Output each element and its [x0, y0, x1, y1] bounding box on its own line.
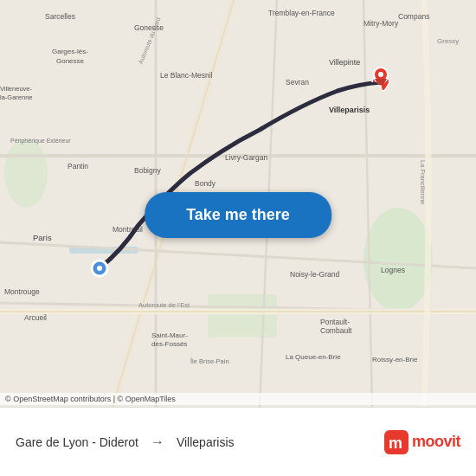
svg-text:Villeparisis: Villeparisis [329, 106, 370, 114]
footer: Gare de Lyon - Diderot → Villeparisis m … [0, 407, 476, 476]
svg-text:m: m [389, 434, 402, 452]
svg-text:Périphérique Extérieur: Périphérique Extérieur [10, 138, 71, 145]
moovit-brand-text: moovit [412, 433, 460, 451]
map-container: Sarcelles Tremblay-en-France Mitry-Mory … [0, 0, 476, 407]
svg-text:Livry-Gargan: Livry-Gargan [225, 153, 267, 162]
svg-text:Tremblay-en-France: Tremblay-en-France [268, 9, 335, 17]
svg-text:Autoroute de l'Est: Autoroute de l'Est [138, 301, 190, 309]
svg-text:Mitry-Mory: Mitry-Mory [363, 19, 399, 28]
svg-point-1 [363, 208, 433, 312]
svg-text:Paris: Paris [33, 233, 52, 242]
route-to: Villeparisis [177, 435, 235, 449]
svg-text:Le Blanc-Mesnil: Le Blanc-Mesnil [160, 71, 213, 80]
svg-text:La Francilienne: La Francilienne [419, 160, 427, 204]
svg-rect-3 [208, 294, 277, 338]
moovit-icon: m [384, 430, 408, 454]
route-arrow: → [151, 434, 164, 450]
svg-text:Gressy: Gressy [437, 37, 459, 45]
svg-text:Montrouge: Montrouge [4, 287, 40, 296]
svg-text:Lognes: Lognes [381, 266, 405, 274]
svg-text:Gonesse: Gonesse [56, 57, 85, 65]
svg-text:Île Brise-Pain: Île Brise-Pain [190, 357, 229, 365]
svg-text:Sevran: Sevran [286, 78, 309, 87]
svg-point-57 [378, 72, 383, 77]
svg-text:Pontault-: Pontault- [320, 318, 350, 326]
svg-text:Compans: Compans [398, 12, 429, 21]
svg-text:Garges-lès-: Garges-lès- [52, 48, 88, 55]
svg-point-54 [97, 266, 102, 271]
map-attribution: © OpenStreetMap contributors | © OpenMap… [0, 393, 476, 405]
svg-text:La Queue-en-Brie: La Queue-en-Brie [286, 353, 341, 361]
route-from: Gare de Lyon - Diderot [16, 435, 138, 449]
svg-text:Roissy-en-Brie: Roissy-en-Brie [372, 356, 418, 363]
svg-text:Villeneuve-: Villeneuve- [0, 85, 32, 93]
svg-text:Bondy: Bondy [195, 179, 216, 188]
route-info: Gare de Lyon - Diderot → Villeparisis [16, 434, 235, 450]
svg-text:Gonesse: Gonesse [134, 23, 164, 32]
svg-text:Bobigny: Bobigny [134, 166, 161, 175]
take-me-there-button[interactable]: Take me there [145, 192, 331, 238]
svg-text:Pantin: Pantin [68, 162, 88, 170]
svg-text:la-Garenne: la-Garenne [0, 93, 33, 101]
svg-text:Saint-Maur-: Saint-Maur- [151, 331, 188, 339]
svg-text:Combault: Combault [320, 326, 352, 335]
svg-point-2 [4, 138, 48, 208]
moovit-logo: m moovit [384, 430, 460, 454]
svg-text:des-Fossés: des-Fossés [151, 340, 187, 348]
svg-text:Noisy-le-Grand: Noisy-le-Grand [290, 270, 339, 279]
svg-text:Villepinte: Villepinte [329, 58, 360, 67]
svg-text:Sarcelles: Sarcelles [45, 12, 75, 21]
svg-text:Arcueil: Arcueil [24, 313, 47, 322]
